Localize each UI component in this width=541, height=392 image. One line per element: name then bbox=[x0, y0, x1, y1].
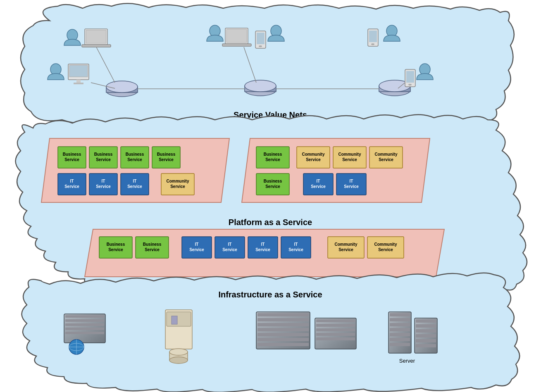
svg-rect-153 bbox=[416, 324, 436, 328]
svg-rect-24 bbox=[226, 29, 247, 43]
diagram-container: Service Value Nets bbox=[0, 0, 541, 392]
svg-rect-152 bbox=[416, 319, 436, 323]
svg-text:IT: IT bbox=[294, 242, 298, 247]
svg-text:Service: Service bbox=[108, 247, 123, 252]
svg-rect-157 bbox=[416, 344, 436, 347]
svg-rect-149 bbox=[390, 338, 410, 341]
svg-rect-18 bbox=[69, 65, 88, 77]
svg-text:Service: Service bbox=[311, 184, 326, 189]
svg-point-2 bbox=[106, 81, 138, 93]
svg-rect-113 bbox=[65, 315, 104, 318]
svg-rect-19 bbox=[76, 80, 81, 83]
svg-text:Community: Community bbox=[338, 152, 361, 157]
svg-rect-145 bbox=[390, 318, 410, 321]
cloud-bottom-label: Infrastructure as a Service bbox=[218, 290, 322, 299]
svg-text:Service: Service bbox=[127, 157, 142, 162]
cloud-middle: Platform as a Service Business Service B… bbox=[16, 115, 527, 297]
svg-text:IT: IT bbox=[70, 179, 74, 183]
svg-point-33 bbox=[371, 43, 374, 45]
svg-point-127 bbox=[169, 357, 188, 363]
svg-rect-140 bbox=[316, 328, 355, 331]
svg-point-128 bbox=[169, 349, 188, 355]
svg-rect-14 bbox=[82, 45, 111, 47]
svg-rect-141 bbox=[316, 333, 355, 336]
svg-text:IT: IT bbox=[317, 179, 320, 183]
svg-text:Service: Service bbox=[265, 157, 280, 162]
svg-text:IT: IT bbox=[350, 179, 353, 183]
cloud-middle-label: Platform as a Service bbox=[229, 218, 312, 227]
svg-rect-133 bbox=[257, 328, 309, 331]
svg-rect-155 bbox=[416, 334, 436, 337]
svg-rect-154 bbox=[416, 329, 436, 333]
svg-rect-20 bbox=[74, 83, 83, 84]
svg-rect-25 bbox=[222, 44, 251, 46]
svg-rect-138 bbox=[316, 319, 355, 322]
svg-text:Business: Business bbox=[107, 242, 125, 247]
svg-rect-114 bbox=[65, 319, 104, 322]
svg-rect-130 bbox=[257, 313, 309, 316]
svg-rect-132 bbox=[257, 323, 309, 326]
svg-text:Service: Service bbox=[64, 157, 79, 162]
svg-text:Service: Service bbox=[170, 184, 185, 189]
svg-rect-135 bbox=[257, 338, 309, 341]
server-label: Server bbox=[399, 358, 415, 364]
svg-rect-134 bbox=[257, 333, 309, 336]
svg-rect-131 bbox=[257, 318, 309, 321]
svg-text:IT: IT bbox=[228, 242, 232, 247]
svg-rect-148 bbox=[390, 333, 410, 336]
svg-text:Service: Service bbox=[378, 247, 393, 252]
svg-text:Service: Service bbox=[338, 247, 353, 252]
svg-text:Service: Service bbox=[96, 184, 111, 189]
svg-rect-36 bbox=[406, 71, 414, 83]
svg-text:Community: Community bbox=[167, 179, 189, 183]
svg-rect-150 bbox=[390, 343, 410, 346]
svg-text:IT: IT bbox=[195, 242, 199, 247]
svg-rect-32 bbox=[369, 31, 377, 42]
svg-rect-117 bbox=[65, 332, 104, 334]
svg-text:Business: Business bbox=[157, 152, 176, 157]
svg-rect-142 bbox=[316, 337, 355, 340]
svg-text:Community: Community bbox=[335, 242, 357, 247]
svg-text:Business: Business bbox=[126, 152, 144, 157]
svg-text:Service: Service bbox=[342, 157, 357, 162]
svg-rect-116 bbox=[65, 328, 104, 330]
svg-text:Service: Service bbox=[145, 247, 160, 252]
svg-rect-156 bbox=[416, 339, 436, 342]
svg-text:Business: Business bbox=[264, 152, 282, 157]
svg-text:Service: Service bbox=[379, 157, 393, 162]
svg-rect-27 bbox=[257, 33, 265, 44]
svg-text:Service: Service bbox=[265, 184, 280, 189]
svg-rect-13 bbox=[86, 30, 106, 43]
svg-text:IT: IT bbox=[133, 179, 137, 183]
svg-text:Service: Service bbox=[255, 247, 270, 252]
svg-rect-139 bbox=[316, 324, 355, 327]
svg-text:Service: Service bbox=[222, 247, 237, 252]
svg-text:Business: Business bbox=[94, 152, 113, 157]
svg-text:Service: Service bbox=[96, 157, 111, 162]
svg-text:Business: Business bbox=[143, 242, 162, 247]
svg-text:Community: Community bbox=[375, 152, 398, 157]
svg-rect-124 bbox=[172, 316, 177, 324]
cloud-top: Service Value Nets bbox=[21, 3, 514, 125]
cloud-bottom: Infrastructure as a Service bbox=[22, 273, 520, 392]
svg-text:Service: Service bbox=[64, 184, 79, 189]
svg-text:Service: Service bbox=[288, 247, 303, 252]
svg-rect-123 bbox=[167, 312, 191, 326]
svg-text:IT: IT bbox=[102, 179, 105, 183]
svg-text:Business: Business bbox=[63, 152, 81, 157]
svg-text:Service: Service bbox=[159, 157, 174, 162]
svg-rect-136 bbox=[257, 343, 309, 346]
svg-rect-146 bbox=[390, 323, 410, 326]
svg-rect-115 bbox=[65, 323, 104, 326]
svg-text:Community: Community bbox=[374, 242, 397, 247]
svg-text:Service: Service bbox=[344, 184, 359, 189]
svg-text:Service: Service bbox=[189, 247, 204, 252]
svg-text:Business: Business bbox=[264, 179, 282, 183]
svg-text:Community: Community bbox=[302, 152, 325, 157]
svg-rect-144 bbox=[390, 313, 410, 316]
svg-text:Service: Service bbox=[306, 157, 321, 162]
svg-text:IT: IT bbox=[261, 242, 265, 247]
svg-text:Service: Service bbox=[127, 184, 142, 189]
svg-point-5 bbox=[245, 80, 276, 92]
svg-point-28 bbox=[259, 45, 262, 47]
